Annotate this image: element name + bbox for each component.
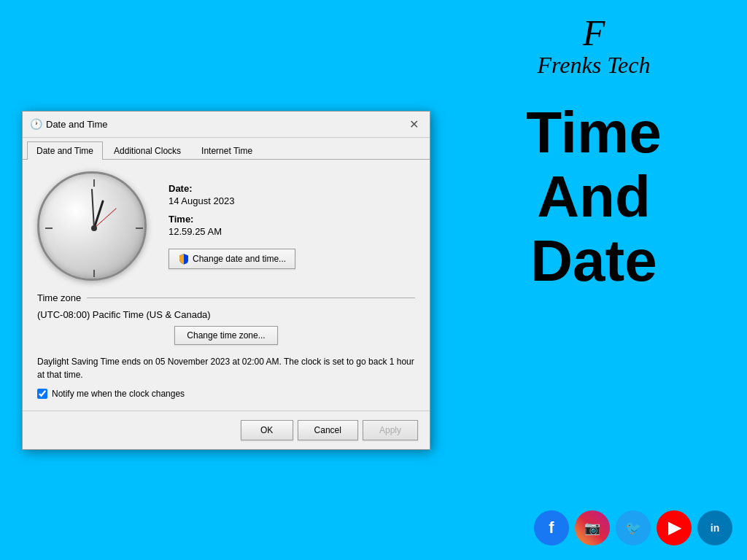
notify-label: Notify me when the clock changes — [52, 389, 185, 399]
clock-ticks — [39, 174, 149, 283]
ok-button[interactable]: OK — [241, 420, 293, 440]
section-divider — [87, 298, 415, 298]
dialog-title-left: 🕐 Date and Time — [30, 118, 108, 130]
time-label: Time: — [169, 214, 295, 225]
change-datetime-button[interactable]: Change date and time... — [169, 249, 295, 269]
change-timezone-button[interactable]: Change time zone... — [174, 326, 277, 345]
date-label: Date: — [169, 183, 295, 194]
date-time-info: Date: 14 August 2023 Time: 12.59.25 AM C… — [169, 183, 295, 269]
date-value: 14 August 2023 — [169, 195, 295, 206]
apply-button[interactable]: Apply — [363, 420, 418, 440]
notify-checkbox[interactable] — [37, 389, 47, 399]
tabs-bar: Date and Time Additional Clocks Internet… — [23, 138, 430, 160]
timezone-section-label: Time zone — [37, 292, 81, 303]
dst-note: Daylight Saving Time ends on 05 November… — [37, 355, 415, 381]
close-button[interactable]: ✕ — [405, 115, 422, 133]
time-value: 12.59.25 AM — [169, 226, 295, 237]
big-title: Time And Date — [526, 101, 661, 293]
big-title-line3: Date — [526, 229, 661, 293]
brand-name: Frenks Tech — [538, 51, 651, 79]
tab-internet-time[interactable]: Internet Time — [192, 141, 262, 160]
dialog-titlebar: 🕐 Date and Time ✕ — [23, 112, 430, 138]
timezone-section-header: Time zone — [37, 292, 415, 303]
timezone-value: (UTC-08:00) Pacific Time (US & Canada) — [37, 309, 415, 320]
f-logo: F — [538, 15, 651, 51]
facebook-icon[interactable]: f — [534, 510, 569, 545]
svg-point-7 — [91, 225, 97, 231]
notify-row: Notify me when the clock changes — [37, 389, 415, 399]
dialog-content: Date: 14 August 2023 Time: 12.59.25 AM C… — [23, 160, 430, 411]
dialog-footer: OK Cancel Apply — [23, 411, 430, 449]
instagram-icon[interactable]: 📷 — [575, 510, 610, 545]
date-section: Date: 14 August 2023 — [169, 183, 295, 206]
logo-area: F Frenks Tech — [538, 15, 651, 79]
date-time-dialog: 🕐 Date and Time ✕ Date and Time Addition… — [22, 111, 430, 450]
shield-uac-icon — [178, 253, 190, 265]
clock-date-row: Date: 14 August 2023 Time: 12.59.25 AM C… — [37, 171, 415, 281]
cancel-button[interactable]: Cancel — [298, 420, 358, 440]
social-icons: f 📷 🐦 ▶ in — [534, 510, 732, 545]
analog-clock — [37, 171, 147, 281]
big-title-line1: Time — [526, 101, 661, 165]
tab-date-and-time[interactable]: Date and Time — [27, 141, 103, 160]
big-title-line2: And — [526, 165, 661, 229]
youtube-icon[interactable]: ▶ — [657, 510, 692, 545]
svg-line-5 — [92, 190, 94, 228]
twitter-icon[interactable]: 🐦 — [616, 510, 651, 545]
dialog-title: Date and Time — [46, 119, 108, 130]
time-section: Time: 12.59.25 AM — [169, 214, 295, 237]
clock-icon: 🕐 — [30, 118, 42, 130]
right-panel: F Frenks Tech Time And Date — [441, 0, 747, 560]
tab-additional-clocks[interactable]: Additional Clocks — [104, 141, 190, 160]
linkedin-icon[interactable]: in — [697, 510, 732, 545]
dialog-overlay: 🕐 Date and Time ✕ Date and Time Addition… — [0, 0, 452, 560]
